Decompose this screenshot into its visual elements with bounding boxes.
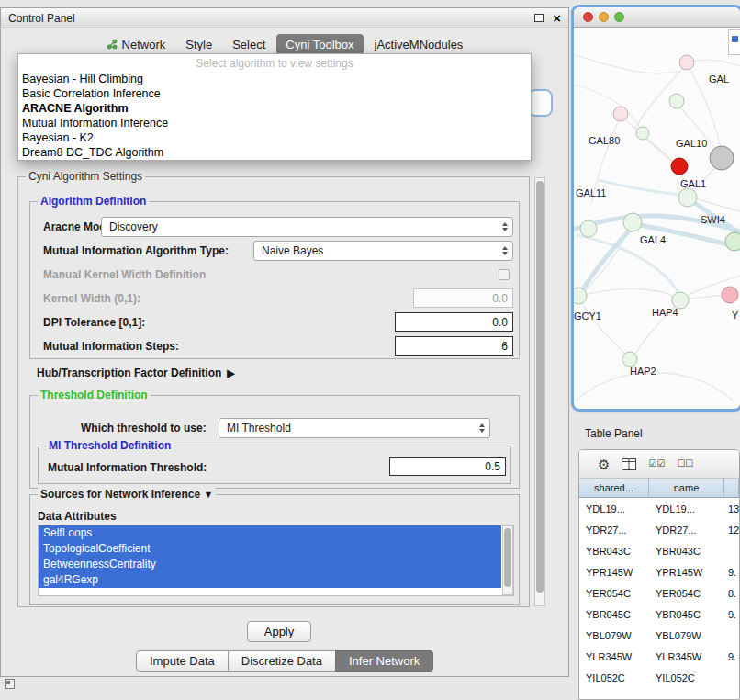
popup-item-aracne[interactable]: ARACNE Algorithm bbox=[18, 101, 531, 116]
hub-tf-definition-label: Hub/Transcription Factor Definition bbox=[37, 367, 221, 379]
popup-item-mutual-information[interactable]: Mutual Information Inference bbox=[18, 116, 531, 130]
aracne-mode-combobox[interactable]: Discovery bbox=[101, 217, 513, 237]
network-node[interactable] bbox=[623, 213, 642, 231]
network-node-hub[interactable] bbox=[710, 146, 734, 170]
table-cell: YER054C bbox=[649, 588, 724, 599]
screen: Control Panel × Network Style Select Cyn… bbox=[0, 0, 740, 700]
table-cell: YIL052C bbox=[579, 672, 649, 683]
tab-style[interactable]: Style bbox=[176, 34, 221, 55]
sources-toggle[interactable]: Sources for Network Inference ▼ bbox=[38, 488, 216, 501]
table-cell: YBR045C bbox=[649, 609, 724, 620]
settings-scrollbar-thumb[interactable] bbox=[536, 181, 544, 593]
docked-panel-icon-inner bbox=[6, 681, 10, 684]
select-all-icon[interactable]: ☑☑ bbox=[648, 459, 665, 469]
popup-item-dream8[interactable]: Dream8 DC_TDC Algorithm bbox=[18, 145, 531, 160]
tab-infer-network[interactable]: Infer Network bbox=[335, 650, 433, 672]
table-body: YDL19... YDL19... 13 YDR27... YDR27... 1… bbox=[579, 498, 739, 699]
network-edge[interactable] bbox=[575, 85, 641, 130]
kernel-width-input[interactable] bbox=[413, 288, 513, 308]
hub-tf-definition-toggle[interactable]: Hub/Transcription Factor Definition ▶ bbox=[37, 367, 235, 379]
network-edge[interactable] bbox=[580, 288, 678, 299]
node-label: GAL11 bbox=[576, 187, 606, 198]
tab-impute-data[interactable]: Impute Data bbox=[136, 650, 229, 672]
manual-kernel-width-checkbox[interactable] bbox=[499, 269, 510, 280]
network-edge[interactable] bbox=[577, 373, 734, 403]
which-threshold-combobox[interactable]: MI Threshold bbox=[219, 418, 490, 438]
network-node[interactable] bbox=[622, 352, 637, 367]
data-attributes-list: SelfLoops TopologicalCoefficient Between… bbox=[38, 525, 514, 596]
popup-item-bayesian-k2[interactable]: Bayesian - K2 bbox=[18, 130, 531, 145]
table-row[interactable]: YPR145W YPR145W 9. bbox=[579, 561, 739, 582]
column-header-extra[interactable] bbox=[724, 479, 739, 497]
tab-jactivemnodules[interactable]: jActiveMNodules bbox=[365, 34, 473, 55]
attribute-item-betweennesscentrality[interactable]: BetweennessCentrality bbox=[39, 557, 501, 572]
gear-icon[interactable]: ⚙ bbox=[598, 457, 610, 471]
tab-cyni-toolbox[interactable]: Cyni Toolbox bbox=[276, 34, 363, 55]
algorithm-definition-title: Algorithm Definition bbox=[38, 195, 149, 208]
network-node[interactable] bbox=[574, 288, 587, 304]
table-cell: 9. bbox=[724, 567, 739, 578]
tab-network[interactable]: Network bbox=[97, 34, 175, 55]
table-panel-title: Table Panel bbox=[585, 427, 643, 440]
list-scrollbar[interactable] bbox=[502, 525, 513, 595]
table-row[interactable]: YER054C YER054C 8. bbox=[579, 582, 739, 604]
table-row[interactable]: YBR043C YBR043C bbox=[579, 540, 739, 561]
network-node[interactable] bbox=[613, 107, 628, 121]
mi-threshold-label: Mutual Information Threshold: bbox=[48, 457, 207, 478]
network-canvas[interactable]: GAL GAL80 GAL10 GAL11 GAL1 SWI4 GAL4 GCY… bbox=[574, 28, 740, 409]
column-header-shared-name[interactable]: shared... bbox=[579, 479, 649, 497]
table-row[interactable]: YIL052C YIL052C bbox=[579, 667, 739, 688]
network-edge[interactable] bbox=[575, 55, 679, 73]
network-node[interactable] bbox=[722, 287, 738, 303]
table-row[interactable]: YDL19... YDL19... 13 bbox=[579, 498, 739, 519]
network-node-selected[interactable] bbox=[671, 158, 688, 175]
settings-scrollbar[interactable] bbox=[534, 177, 545, 606]
columns-icon[interactable] bbox=[622, 458, 636, 470]
threshold-definition-group: Threshold Definition Which threshold to … bbox=[29, 395, 520, 489]
mi-algorithm-type-combobox[interactable]: Naive Bayes bbox=[253, 241, 513, 261]
list-scrollbar-thumb[interactable] bbox=[504, 528, 511, 587]
node-label: GAL10 bbox=[676, 138, 707, 149]
dpi-tolerance-input[interactable] bbox=[395, 312, 513, 332]
table-panel-window: ⚙ ☑☑ ☐☐ shared... name YDL19... YDL19...… bbox=[578, 449, 740, 700]
birdseye-toggle[interactable] bbox=[728, 29, 740, 55]
algorithm-definition-group: Algorithm Definition Aracne Mode: Discov… bbox=[29, 201, 520, 359]
close-icon[interactable]: × bbox=[553, 11, 561, 25]
attribute-item-selfloops[interactable]: SelfLoops bbox=[39, 525, 501, 541]
tab-discretize-data[interactable]: Discretize Data bbox=[228, 650, 336, 672]
float-window-icon[interactable] bbox=[534, 14, 544, 22]
table-row[interactable]: YBL079W YBL079W bbox=[579, 625, 739, 646]
network-edge[interactable] bbox=[643, 136, 676, 165]
table-cell: YBR043C bbox=[649, 546, 724, 557]
apply-button[interactable]: Apply bbox=[247, 621, 311, 642]
popup-item-basic-correlation[interactable]: Basic Correlation Inference bbox=[18, 86, 531, 101]
table-cell: YDL19... bbox=[649, 503, 724, 514]
table-cell: YIL052C bbox=[649, 672, 724, 683]
traffic-light-close-icon[interactable] bbox=[583, 12, 593, 22]
traffic-light-minimize-icon[interactable] bbox=[599, 12, 609, 22]
network-node[interactable] bbox=[580, 220, 597, 237]
mi-steps-input[interactable] bbox=[395, 336, 513, 356]
attribute-item-topologicalcoefficient[interactable]: TopologicalCoefficient bbox=[39, 541, 501, 557]
attribute-item-gal4rgexp[interactable]: gal4RGexp bbox=[39, 572, 501, 588]
network-node[interactable] bbox=[725, 232, 740, 251]
network-node[interactable] bbox=[679, 55, 694, 70]
network-edge[interactable] bbox=[694, 60, 740, 66]
aracne-mode-value: Discovery bbox=[109, 220, 158, 233]
column-header-name[interactable]: name bbox=[649, 479, 724, 497]
network-node[interactable] bbox=[678, 188, 697, 207]
table-row[interactable]: YDR27... YDR27... 12 bbox=[579, 519, 739, 540]
mi-threshold-input[interactable] bbox=[389, 457, 506, 476]
expand-right-icon: ▶ bbox=[227, 367, 234, 379]
network-edge[interactable] bbox=[599, 180, 685, 196]
network-node[interactable] bbox=[669, 94, 684, 108]
popup-item-bayesian-hill-climbing[interactable]: Bayesian - Hill Climbing bbox=[18, 72, 531, 86]
network-node[interactable] bbox=[636, 127, 649, 140]
node-label: GAL bbox=[709, 73, 729, 85]
tab-select[interactable]: Select bbox=[223, 34, 275, 55]
table-row[interactable]: YLR345W YLR345W 9. bbox=[579, 646, 739, 667]
docked-panel-icon[interactable] bbox=[5, 679, 15, 689]
deselect-all-icon[interactable]: ☐☐ bbox=[677, 459, 693, 469]
traffic-light-zoom-icon[interactable] bbox=[614, 12, 624, 22]
table-row[interactable]: YBR045C YBR045C 9. bbox=[579, 604, 739, 625]
